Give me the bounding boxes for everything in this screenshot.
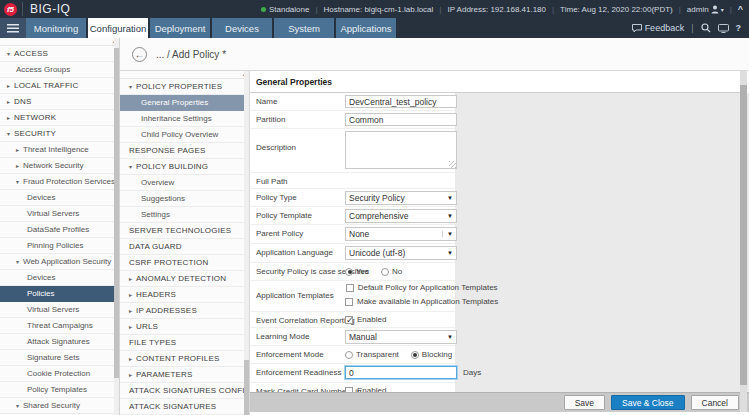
tab-applications[interactable]: Applications [336, 18, 396, 38]
policy-nav-csrf-protection[interactable]: CSRF PROTECTION [120, 255, 249, 271]
sidebar-item-local-traffic[interactable]: ▸LOCAL TRAFFIC [0, 78, 119, 94]
sidebar-item-dns[interactable]: ▸DNS [0, 94, 119, 110]
sidebar-item-security[interactable]: ▾SECURITY [0, 126, 119, 142]
policy-nav-attack-signatures[interactable]: ATTACK SIGNATURES [120, 399, 249, 415]
sidebar-item-cookie-protection[interactable]: Cookie Protection [0, 366, 119, 382]
sidebar-item-network-security[interactable]: ▸Network Security [0, 158, 119, 174]
f5-logo: f5 [4, 3, 17, 16]
case-sensitive-no-radio[interactable] [381, 268, 389, 276]
menu-toggle-button[interactable] [0, 18, 26, 38]
sidebar-item-devices-was[interactable]: Devices [0, 270, 119, 286]
policy-nav-urls[interactable]: ▸URLS [120, 319, 249, 335]
sidebar-item-signature-sets[interactable]: Signature Sets [0, 350, 119, 366]
policy-nav-inheritance-settings[interactable]: Inheritance Settings [120, 111, 249, 127]
user-menu[interactable]: admin ▾ [687, 5, 724, 14]
page-title-bar: ← ... / Add Policy * [120, 38, 749, 71]
form-row-application-templates: Application Templates Default Policy for… [250, 281, 455, 312]
policy-nav-scrollbar[interactable] [244, 71, 249, 415]
sidebar-item-threat-intelligence[interactable]: ▸Threat Intelligence [0, 142, 119, 158]
sidebar-item-network[interactable]: ▸NETWORK [0, 110, 119, 126]
policy-nav-server-technologies[interactable]: SERVER TECHNOLOGIES [120, 223, 249, 239]
sidebar-item-web-application-security[interactable]: ▾Web Application Security [0, 254, 119, 270]
sidebar-item-attack-signatures[interactable]: Attack Signatures [0, 334, 119, 350]
description-textarea[interactable] [345, 131, 457, 169]
blocking-option-label: Blocking [422, 350, 452, 359]
learning-mode-select[interactable]: Manual▼ [345, 330, 457, 344]
form-row-application-language: Application Language Unicode (utf-8)▼ [250, 244, 455, 263]
tab-devices[interactable]: Devices [212, 18, 272, 38]
enforcement-blocking-radio[interactable] [411, 351, 419, 359]
collapse-header-icon[interactable]: ^ [738, 4, 743, 14]
save-button[interactable]: Save [564, 395, 605, 410]
tab-deployment[interactable]: Deployment [150, 18, 210, 38]
sidebar-item-threat-campaigns[interactable]: Threat Campaigns [0, 318, 119, 334]
resize-grip-icon[interactable] [449, 161, 456, 168]
policy-nav-policy-properties[interactable]: ▾POLICY PROPERTIES [120, 79, 249, 95]
search-icon[interactable] [701, 23, 711, 33]
policy-nav-scrollbar-thumb[interactable] [244, 360, 249, 415]
sidebar-scrollbar[interactable] [114, 38, 119, 415]
policy-nav-anomaly-detection[interactable]: ▸ANOMALY DETECTION [120, 271, 249, 287]
sidebar-item-policy-templates[interactable]: Policy Templates [0, 382, 119, 398]
make-available-checkbox[interactable] [345, 298, 353, 306]
policy-settings-nav: ◂ ▾POLICY PROPERTIES General Properties … [120, 71, 250, 415]
full-path-label: Full Path [250, 173, 345, 186]
policy-nav-ip-addresses[interactable]: ▸IP ADDRESSES [120, 303, 249, 319]
policy-nav-overview[interactable]: Overview [120, 175, 249, 191]
policy-nav-policy-building[interactable]: ▾POLICY BUILDING [120, 159, 249, 175]
application-language-select[interactable]: Unicode (utf-8)▼ [345, 246, 457, 260]
policy-nav-settings[interactable]: Settings [120, 207, 249, 223]
policy-template-select[interactable]: Comprehensive▼ [345, 209, 457, 223]
policy-nav-data-guard[interactable]: DATA GUARD [120, 239, 249, 255]
policy-nav-file-types[interactable]: FILE TYPES [120, 335, 249, 351]
sidebar-item-pinning-policies[interactable]: Pinning Policies [0, 238, 119, 254]
sidebar-item-fraud-protection-services[interactable]: ▾Fraud Protection Services [0, 174, 119, 190]
main-scrollbar-thumb[interactable] [740, 85, 747, 385]
policy-type-select[interactable]: Security Policy▼ [345, 191, 457, 205]
back-button[interactable]: ← [132, 47, 147, 62]
help-icon[interactable]: ? [736, 23, 742, 33]
default-policy-checkbox[interactable] [346, 284, 354, 292]
event-correlation-checkbox[interactable] [345, 316, 353, 324]
case-sensitive-label: Security Policy is case sensitive [250, 263, 345, 276]
policy-nav-general-properties[interactable]: General Properties [120, 95, 249, 111]
case-sensitive-yes-radio[interactable] [345, 268, 353, 276]
enforcement-transparent-radio[interactable] [345, 351, 353, 359]
partition-input[interactable] [345, 113, 457, 126]
enforcement-readiness-input[interactable] [345, 366, 457, 379]
sidebar-item-devices-fps[interactable]: Devices [0, 190, 119, 206]
save-and-close-button[interactable]: Save & Close [611, 395, 685, 410]
policy-type-label: Policy Type [250, 189, 345, 202]
application-templates-label: Application Templates [250, 281, 345, 300]
console-icon[interactable] [718, 24, 729, 33]
feedback-link[interactable]: Feedback [632, 23, 685, 33]
parent-policy-select[interactable]: None▼ [345, 227, 457, 241]
policy-nav-parameters[interactable]: ▸PARAMETERS [120, 367, 249, 383]
sidebar-item-access-groups[interactable]: Access Groups [0, 62, 119, 78]
sidebar-item-virtual-servers-fps[interactable]: Virtual Servers [0, 206, 119, 222]
policy-nav-child-policy-overview[interactable]: Child Policy Overview [120, 127, 249, 143]
main-scrollbar[interactable] [740, 71, 747, 412]
name-label: Name [250, 93, 345, 106]
sidebar-item-access[interactable]: ▾ACCESS [0, 46, 119, 62]
select-caret-icon: ▼ [444, 334, 456, 340]
name-input[interactable] [345, 95, 457, 108]
tab-configuration[interactable]: Configuration [88, 18, 148, 38]
sidebar-item-shared-security[interactable]: ▾Shared Security [0, 398, 119, 414]
time-label: Time: Aug 12, 2020 22:00(PDT) [560, 5, 673, 14]
sidebar-item-virtual-servers-was[interactable]: Virtual Servers [0, 302, 119, 318]
sidebar-item-datasafe-profiles[interactable]: DataSafe Profiles [0, 222, 119, 238]
tab-monitoring[interactable]: Monitoring [26, 18, 86, 38]
separator: | [679, 5, 681, 14]
tab-system[interactable]: System [274, 18, 334, 38]
form-row-policy-template: Policy Template Comprehensive▼ [250, 207, 455, 225]
policy-nav-headers[interactable]: ▸HEADERS [120, 287, 249, 303]
cancel-button[interactable]: Cancel [691, 395, 739, 410]
policy-nav-attack-signatures-configuration[interactable]: ATTACK SIGNATURES CONFIGURA... [120, 383, 249, 399]
policy-nav-response-pages[interactable]: RESPONSE PAGES [120, 143, 249, 159]
sidebar-scrollbar-thumb[interactable] [114, 48, 119, 378]
policy-nav-suggestions[interactable]: Suggestions [120, 191, 249, 207]
policy-nav-content-profiles[interactable]: ▸CONTENT PROFILES [120, 351, 249, 367]
security-nav-sidebar: ◂ ▾ACCESS Access Groups ▸LOCAL TRAFFIC ▸… [0, 38, 120, 415]
sidebar-item-policies[interactable]: Policies [0, 286, 119, 302]
